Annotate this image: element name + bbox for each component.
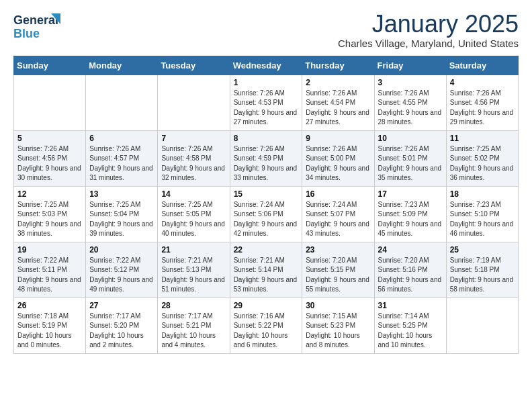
day-info: Sunrise: 7:26 AMSunset: 4:56 PMDaylight:… — [450, 89, 515, 128]
calendar: Sunday Monday Tuesday Wednesday Thursday… — [13, 56, 519, 354]
day-info: Sunrise: 7:16 AMSunset: 5:22 PMDaylight:… — [234, 312, 299, 351]
day-info: Sunrise: 7:24 AMSunset: 5:07 PMDaylight:… — [306, 200, 370, 239]
day-info: Sunrise: 7:22 AMSunset: 5:11 PMDaylight:… — [17, 256, 82, 295]
day-number: 2 — [306, 78, 370, 87]
header-tuesday: Tuesday — [158, 56, 230, 75]
day-info: Sunrise: 7:25 AMSunset: 5:04 PMDaylight:… — [89, 200, 154, 239]
day-number: 25 — [450, 245, 515, 255]
cell-week2-day2: 7Sunrise: 7:26 AMSunset: 4:58 PMDaylight… — [158, 130, 230, 186]
header-monday: Monday — [86, 56, 158, 75]
day-number: 8 — [234, 134, 299, 143]
cell-week3-day6: 18Sunrise: 7:23 AMSunset: 5:10 PMDayligh… — [446, 186, 518, 242]
day-info: Sunrise: 7:25 AMSunset: 5:03 PMDaylight:… — [17, 200, 82, 239]
cell-week2-day1: 6Sunrise: 7:26 AMSunset: 4:57 PMDaylight… — [86, 130, 158, 186]
day-info: Sunrise: 7:25 AMSunset: 5:05 PMDaylight:… — [161, 200, 226, 239]
day-info: Sunrise: 7:23 AMSunset: 5:09 PMDaylight:… — [378, 200, 443, 239]
header-wednesday: Wednesday — [230, 56, 302, 75]
page: GeneralBlue January 2025 Charles Village… — [0, 0, 532, 367]
day-info: Sunrise: 7:14 AMSunset: 5:25 PMDaylight:… — [378, 312, 443, 351]
cell-week2-day3: 8Sunrise: 7:26 AMSunset: 4:59 PMDaylight… — [230, 130, 302, 186]
day-number: 27 — [89, 301, 154, 310]
day-info: Sunrise: 7:18 AMSunset: 5:19 PMDaylight:… — [17, 312, 82, 351]
cell-week5-day4: 30Sunrise: 7:15 AMSunset: 5:23 PMDayligh… — [302, 298, 374, 353]
header-sunday: Sunday — [14, 56, 86, 75]
day-info: Sunrise: 7:26 AMSunset: 5:01 PMDaylight:… — [378, 144, 443, 183]
week-row-4: 19Sunrise: 7:22 AMSunset: 5:11 PMDayligh… — [14, 242, 519, 298]
day-number: 11 — [450, 134, 515, 143]
location-subtitle: Charles Village, Maryland, United States — [338, 38, 519, 49]
header-friday: Friday — [374, 56, 446, 75]
cell-week5-day2: 28Sunrise: 7:17 AMSunset: 5:21 PMDayligh… — [158, 298, 230, 353]
day-number: 16 — [306, 189, 370, 199]
cell-week1-day2 — [158, 75, 230, 130]
week-row-3: 12Sunrise: 7:25 AMSunset: 5:03 PMDayligh… — [14, 186, 519, 242]
day-info: Sunrise: 7:22 AMSunset: 5:12 PMDaylight:… — [89, 256, 154, 295]
cell-week1-day3: 1Sunrise: 7:26 AMSunset: 4:53 PMDaylight… — [230, 75, 302, 130]
day-info: Sunrise: 7:21 AMSunset: 5:13 PMDaylight:… — [161, 256, 226, 295]
day-number: 19 — [17, 245, 82, 255]
day-info: Sunrise: 7:26 AMSunset: 4:54 PMDaylight:… — [306, 89, 370, 128]
day-number: 15 — [234, 189, 299, 199]
month-title: January 2025 — [338, 11, 519, 38]
day-number: 13 — [89, 189, 154, 199]
cell-week5-day3: 29Sunrise: 7:16 AMSunset: 5:22 PMDayligh… — [230, 298, 302, 353]
week-row-5: 26Sunrise: 7:18 AMSunset: 5:19 PMDayligh… — [14, 298, 519, 353]
day-info: Sunrise: 7:26 AMSunset: 5:00 PMDaylight:… — [306, 144, 370, 183]
cell-week4-day0: 19Sunrise: 7:22 AMSunset: 5:11 PMDayligh… — [14, 242, 86, 298]
day-info: Sunrise: 7:19 AMSunset: 5:18 PMDaylight:… — [450, 256, 515, 295]
header-saturday: Saturday — [446, 56, 518, 75]
cell-week1-day0 — [14, 75, 86, 130]
cell-week4-day6: 25Sunrise: 7:19 AMSunset: 5:18 PMDayligh… — [446, 242, 518, 298]
week-row-2: 5Sunrise: 7:26 AMSunset: 4:56 PMDaylight… — [14, 130, 519, 186]
day-number: 22 — [234, 245, 299, 255]
day-info: Sunrise: 7:20 AMSunset: 5:15 PMDaylight:… — [306, 256, 370, 295]
cell-week1-day4: 2Sunrise: 7:26 AMSunset: 4:54 PMDaylight… — [302, 75, 374, 130]
day-info: Sunrise: 7:26 AMSunset: 4:59 PMDaylight:… — [234, 144, 299, 183]
cell-week4-day5: 24Sunrise: 7:20 AMSunset: 5:16 PMDayligh… — [374, 242, 446, 298]
cell-week1-day1 — [86, 75, 158, 130]
cell-week1-day6: 4Sunrise: 7:26 AMSunset: 4:56 PMDaylight… — [446, 75, 518, 130]
day-info: Sunrise: 7:15 AMSunset: 5:23 PMDaylight:… — [306, 312, 370, 351]
day-info: Sunrise: 7:17 AMSunset: 5:20 PMDaylight:… — [89, 312, 154, 351]
cell-week3-day2: 14Sunrise: 7:25 AMSunset: 5:05 PMDayligh… — [158, 186, 230, 242]
day-number: 5 — [17, 134, 82, 143]
cell-week3-day1: 13Sunrise: 7:25 AMSunset: 5:04 PMDayligh… — [86, 186, 158, 242]
day-info: Sunrise: 7:25 AMSunset: 5:02 PMDaylight:… — [450, 144, 515, 183]
day-number: 14 — [161, 189, 226, 199]
day-info: Sunrise: 7:26 AMSunset: 4:57 PMDaylight:… — [89, 144, 154, 183]
cell-week5-day0: 26Sunrise: 7:18 AMSunset: 5:19 PMDayligh… — [14, 298, 86, 353]
day-info: Sunrise: 7:26 AMSunset: 4:55 PMDaylight:… — [378, 89, 443, 128]
day-number: 7 — [161, 134, 226, 143]
header-thursday: Thursday — [302, 56, 374, 75]
day-number: 28 — [161, 301, 226, 310]
cell-week1-day5: 3Sunrise: 7:26 AMSunset: 4:55 PMDaylight… — [374, 75, 446, 130]
day-number: 6 — [89, 134, 154, 143]
day-number: 10 — [378, 134, 443, 143]
cell-week5-day6 — [446, 298, 518, 353]
cell-week5-day1: 27Sunrise: 7:17 AMSunset: 5:20 PMDayligh… — [86, 298, 158, 353]
cell-week2-day5: 10Sunrise: 7:26 AMSunset: 5:01 PMDayligh… — [374, 130, 446, 186]
week-row-1: 1Sunrise: 7:26 AMSunset: 4:53 PMDaylight… — [14, 75, 519, 130]
day-number: 12 — [17, 189, 82, 199]
cell-week3-day3: 15Sunrise: 7:24 AMSunset: 5:06 PMDayligh… — [230, 186, 302, 242]
cell-week3-day0: 12Sunrise: 7:25 AMSunset: 5:03 PMDayligh… — [14, 186, 86, 242]
cell-week4-day1: 20Sunrise: 7:22 AMSunset: 5:12 PMDayligh… — [86, 242, 158, 298]
day-number: 31 — [378, 301, 443, 310]
day-info: Sunrise: 7:23 AMSunset: 5:10 PMDaylight:… — [450, 200, 515, 239]
day-number: 23 — [306, 245, 370, 255]
day-info: Sunrise: 7:17 AMSunset: 5:21 PMDaylight:… — [161, 312, 226, 351]
day-info: Sunrise: 7:26 AMSunset: 4:56 PMDaylight:… — [17, 144, 82, 183]
day-number: 26 — [17, 301, 82, 310]
cell-week4-day2: 21Sunrise: 7:21 AMSunset: 5:13 PMDayligh… — [158, 242, 230, 298]
day-number: 9 — [306, 134, 370, 143]
day-info: Sunrise: 7:26 AMSunset: 4:53 PMDaylight:… — [234, 89, 299, 128]
day-info: Sunrise: 7:26 AMSunset: 4:58 PMDaylight:… — [161, 144, 226, 183]
cell-week5-day5: 31Sunrise: 7:14 AMSunset: 5:25 PMDayligh… — [374, 298, 446, 353]
day-number: 20 — [89, 245, 154, 255]
cell-week3-day5: 17Sunrise: 7:23 AMSunset: 5:09 PMDayligh… — [374, 186, 446, 242]
svg-text:General: General — [13, 13, 58, 27]
weekday-header-row: Sunday Monday Tuesday Wednesday Thursday… — [14, 56, 519, 75]
svg-text:Blue: Blue — [13, 27, 40, 40]
day-info: Sunrise: 7:24 AMSunset: 5:06 PMDaylight:… — [234, 200, 299, 239]
day-number: 17 — [378, 189, 443, 199]
